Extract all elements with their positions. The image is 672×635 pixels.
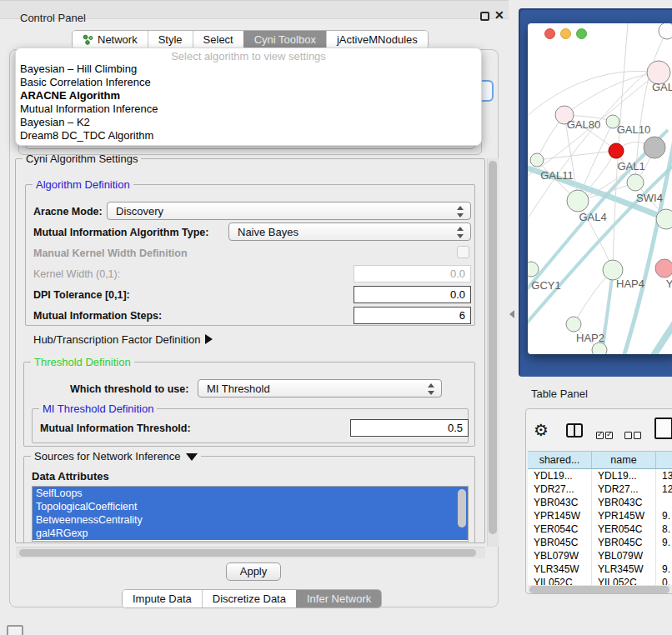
column-header[interactable]: shared... — [528, 451, 592, 469]
select-all-icon[interactable] — [596, 428, 614, 442]
network-node-gal1[interactable] — [627, 174, 644, 191]
algorithm-option[interactable]: Bayesian – K2 — [16, 116, 481, 129]
gear-icon[interactable]: ⚙ — [534, 420, 549, 440]
data-attribute-item[interactable]: gal4RGexp — [33, 527, 468, 540]
hub-definition-section[interactable]: Hub/Transcription Factor Definition — [33, 333, 213, 346]
which-threshold-select[interactable]: MI Threshold — [198, 379, 442, 398]
float-window-icon[interactable] — [480, 12, 489, 21]
network-node[interactable] — [592, 342, 607, 354]
network-canvas[interactable]: GALGAL80GAL10GAL1GAL11SWI4GAL4GCY1HAP4YH… — [528, 23, 672, 354]
algorithm-option[interactable]: Bayesian – Hill Climbing — [16, 62, 481, 76]
data-attributes-label: Data Attributes — [32, 470, 109, 482]
hub-definition-label: Hub/Transcription Factor Definition — [33, 333, 200, 346]
data-attributes-list[interactable]: SelfLoopsTopologicalCoefficientBetweenne… — [32, 486, 469, 542]
table-row[interactable]: YBR043CYBR043C — [528, 496, 672, 509]
table-cell: 12 — [656, 482, 672, 496]
tab-style[interactable]: Style — [148, 31, 193, 48]
collapsed-triangle-icon — [205, 334, 213, 344]
column-header[interactable]: name — [592, 451, 656, 469]
network-node[interactable] — [609, 143, 624, 158]
tab-select[interactable]: Select — [193, 31, 243, 48]
tab-discretize-data[interactable]: Discretize Data — [202, 590, 296, 608]
tab-impute-data[interactable]: Impute Data — [123, 590, 202, 608]
tab-label: Cyni Toolbox — [254, 31, 316, 48]
kernel-width-label: Kernel Width (0,1): — [33, 268, 120, 280]
table-hscrollbar-thumb[interactable] — [529, 586, 669, 593]
network-node-hap2[interactable] — [566, 317, 581, 332]
network-node-swi4[interactable] — [656, 209, 672, 229]
manual-kernel-checkbox[interactable] — [457, 246, 469, 258]
panel-divider-collapse-arrow[interactable] — [509, 310, 514, 318]
mi-threshold-input[interactable]: 0.5 — [350, 419, 469, 437]
table-row[interactable]: YER054CYER054C8. — [528, 522, 672, 536]
horizontal-scrollbar-thumb[interactable] — [19, 549, 476, 557]
bottom-tabs: Impute DataDiscretize DataInfer Network — [122, 589, 382, 608]
dpi-tolerance-input[interactable]: 0.0 — [354, 286, 471, 303]
kernel-width-input[interactable]: 0.0 — [354, 265, 471, 282]
table-row[interactable]: YIL052CYIL052C0. — [528, 576, 672, 585]
node-label: GAL80 — [567, 118, 600, 131]
table-row[interactable]: YPR145WYPR145W9. — [528, 509, 672, 522]
spinner-arrows-icon — [428, 383, 434, 395]
mi-type-label: Mutual Information Algorithm Type: — [33, 227, 208, 238]
tab-infer-network[interactable]: Infer Network — [296, 590, 381, 608]
network-node-gcy1[interactable] — [528, 262, 539, 277]
split-view-icon[interactable] — [566, 423, 583, 438]
network-view-frame[interactable]: GALGAL80GAL10GAL1GAL11SWI4GAL4GCY1HAP4YH… — [519, 8, 672, 377]
mi-type-select[interactable]: Naive Bayes — [228, 222, 471, 241]
table-cell: YDR27... — [592, 482, 656, 496]
document-icon[interactable] — [654, 418, 672, 439]
column-header[interactable]: A — [656, 451, 672, 469]
aracne-mode-select[interactable]: Discovery — [107, 202, 471, 220]
network-window[interactable]: GALGAL80GAL10GAL1GAL11SWI4GAL4GCY1HAP4YH… — [528, 23, 672, 354]
network-node-gal11[interactable] — [530, 153, 544, 167]
table-cell: YBL079W — [592, 549, 656, 562]
table-cell: YDL19... — [592, 469, 656, 482]
tab-jactivemnodules[interactable]: jActiveMNodules — [326, 31, 428, 48]
network-node-y[interactable] — [655, 259, 672, 278]
close-icon[interactable]: ✕ — [494, 8, 504, 22]
table-row[interactable]: YBL079WYBL079W — [528, 549, 672, 562]
dpi-tolerance-label: DPI Tolerance [0,1]: — [33, 289, 130, 301]
network-icon — [83, 34, 93, 45]
apply-button[interactable]: Apply — [226, 562, 281, 581]
table-row[interactable]: YDL19...YDL19...13 — [528, 469, 672, 482]
tab-network[interactable]: Network — [73, 31, 148, 48]
table-cell — [656, 549, 672, 562]
algorithm-option[interactable]: Basic Correlation Inference — [16, 76, 481, 89]
manual-kernel-label: Manual Kernel Width Definition — [33, 248, 188, 259]
which-threshold-label: Which threshold to use: — [70, 383, 188, 395]
table-cell: 9. — [656, 509, 672, 522]
sources-group-label: Sources for Network Inference — [34, 450, 181, 462]
minimized-panel-icon[interactable] — [7, 625, 23, 635]
table-hscrollbar-track[interactable] — [528, 585, 672, 594]
table-cell: 13 — [656, 469, 672, 482]
table-panel-card: ⚙ shared...nameA YDL19...YDL19...13YDR27… — [525, 408, 672, 594]
table-cell: YIL052C — [528, 576, 592, 585]
deselect-all-icon[interactable] — [624, 428, 643, 442]
table-cell: YBL079W — [528, 549, 592, 562]
data-attribute-item[interactable]: TopologicalCoefficient — [33, 500, 468, 513]
table-row[interactable]: YDR27...YDR27...12 — [528, 482, 672, 496]
sources-group-title[interactable]: Sources for Network Inference — [31, 450, 201, 462]
table-cell: 0. — [656, 576, 672, 585]
list-scrollbar[interactable] — [458, 489, 466, 528]
algorithm-option[interactable]: Mutual Information Inference — [16, 102, 481, 116]
algorithm-option[interactable]: Dream8 DC_TDC Algorithm — [16, 129, 481, 142]
table-row[interactable]: YLR345WYLR345W9. — [528, 562, 672, 576]
tab-label: Network — [98, 31, 138, 48]
network-node-gal4[interactable] — [567, 190, 589, 212]
tab-cyni-toolbox[interactable]: Cyni Toolbox — [243, 31, 326, 48]
table-cell: YDR27... — [528, 482, 592, 496]
algorithm-option[interactable]: ARACNE Algorithm — [16, 89, 481, 102]
data-attribute-item[interactable]: BetweennessCentrality — [33, 513, 468, 527]
network-node[interactable] — [644, 137, 665, 158]
which-threshold-value: MI Threshold — [207, 382, 270, 395]
mi-steps-input[interactable]: 6 — [354, 307, 471, 324]
table-row[interactable]: YBR045CYBR045C9. — [528, 536, 672, 549]
data-attribute-item[interactable]: SelfLoops — [33, 487, 468, 500]
algorithm-dropdown-popup: Select algorithm to view settings Bayesi… — [15, 48, 482, 146]
vertical-scrollbar-thumb[interactable] — [489, 161, 497, 534]
network-node[interactable] — [659, 23, 672, 39]
node-label: SWI4 — [636, 192, 663, 204]
